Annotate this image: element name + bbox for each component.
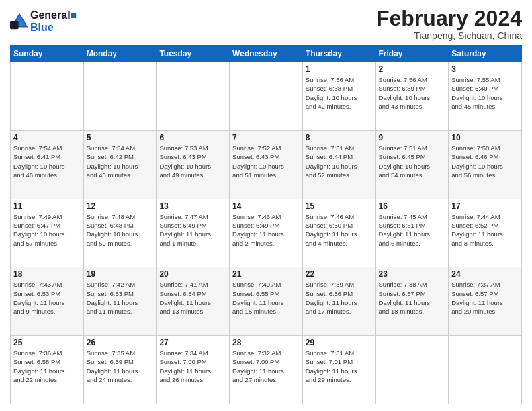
calendar-day: 1Sunrise: 7:56 AM Sunset: 6:38 PM Daylig… [302, 62, 375, 131]
calendar-table: SundayMondayTuesdayWednesdayThursdayFrid… [10, 45, 522, 404]
day-info: Sunrise: 7:56 AM Sunset: 6:39 PM Dayligh… [379, 75, 446, 111]
day-info: Sunrise: 7:56 AM Sunset: 6:38 PM Dayligh… [306, 75, 373, 111]
calendar-day [230, 62, 303, 131]
day-number: 21 [232, 269, 300, 279]
day-info: Sunrise: 7:34 AM Sunset: 7:00 PM Dayligh… [159, 349, 226, 384]
day-number: 8 [306, 133, 373, 142]
day-info: Sunrise: 7:32 AM Sunset: 7:00 PM Dayligh… [232, 349, 300, 384]
calendar-day: 6Sunrise: 7:53 AM Sunset: 6:43 PM Daylig… [157, 130, 230, 199]
calendar-day [83, 62, 157, 131]
day-number: 17 [451, 201, 519, 211]
calendar-day: 24Sunrise: 7:37 AM Sunset: 6:57 PM Dayli… [449, 267, 522, 336]
header-day-tuesday: Tuesday [157, 46, 230, 62]
day-info: Sunrise: 7:45 AM Sunset: 6:51 PM Dayligh… [379, 212, 446, 248]
day-info: Sunrise: 7:49 AM Sunset: 6:47 PM Dayligh… [13, 212, 81, 248]
calendar-week-5: 25Sunrise: 7:36 AM Sunset: 6:58 PM Dayli… [11, 336, 522, 404]
day-number: 12 [87, 201, 154, 211]
calendar-day: 16Sunrise: 7:45 AM Sunset: 6:51 PM Dayli… [375, 199, 449, 267]
day-number: 7 [232, 133, 300, 142]
day-info: Sunrise: 7:54 AM Sunset: 6:41 PM Dayligh… [13, 144, 81, 179]
day-number: 9 [379, 133, 446, 142]
day-number: 6 [159, 133, 226, 142]
calendar-day: 20Sunrise: 7:41 AM Sunset: 6:54 PM Dayli… [157, 267, 230, 336]
day-number: 22 [306, 269, 373, 279]
header-day-sunday: Sunday [11, 46, 84, 62]
day-info: Sunrise: 7:44 AM Sunset: 6:52 PM Dayligh… [451, 212, 519, 248]
day-number: 29 [306, 338, 373, 347]
day-info: Sunrise: 7:31 AM Sunset: 7:01 PM Dayligh… [306, 349, 373, 384]
day-number: 11 [13, 201, 81, 211]
day-info: Sunrise: 7:46 AM Sunset: 6:49 PM Dayligh… [232, 212, 300, 248]
day-number: 15 [306, 201, 373, 211]
day-number: 3 [451, 64, 519, 74]
calendar-day: 18Sunrise: 7:43 AM Sunset: 6:53 PM Dayli… [11, 267, 84, 336]
location: Tianpeng, Sichuan, China [376, 30, 522, 41]
day-info: Sunrise: 7:47 AM Sunset: 6:49 PM Dayligh… [159, 212, 226, 248]
calendar-day: 7Sunrise: 7:52 AM Sunset: 6:43 PM Daylig… [230, 130, 303, 199]
calendar-day: 5Sunrise: 7:54 AM Sunset: 6:42 PM Daylig… [83, 130, 157, 199]
day-info: Sunrise: 7:36 AM Sunset: 6:58 PM Dayligh… [13, 349, 81, 384]
header-day-thursday: Thursday [302, 46, 375, 62]
day-info: Sunrise: 7:35 AM Sunset: 6:59 PM Dayligh… [87, 349, 154, 384]
calendar-day: 25Sunrise: 7:36 AM Sunset: 6:58 PM Dayli… [11, 336, 84, 404]
calendar-day: 12Sunrise: 7:48 AM Sunset: 6:48 PM Dayli… [83, 199, 157, 267]
day-number: 5 [87, 133, 154, 142]
calendar-day [375, 336, 449, 404]
calendar-day: 10Sunrise: 7:50 AM Sunset: 6:46 PM Dayli… [449, 130, 522, 199]
day-info: Sunrise: 7:52 AM Sunset: 6:43 PM Dayligh… [232, 144, 300, 179]
calendar-page: General■ Blue February 2024 Tianpeng, Si… [0, 0, 532, 411]
day-number: 24 [451, 269, 519, 279]
day-info: Sunrise: 7:50 AM Sunset: 6:46 PM Dayligh… [451, 144, 519, 179]
calendar-day: 9Sunrise: 7:51 AM Sunset: 6:45 PM Daylig… [375, 130, 449, 199]
header: General■ Blue February 2024 Tianpeng, Si… [10, 7, 522, 41]
day-info: Sunrise: 7:48 AM Sunset: 6:48 PM Dayligh… [87, 212, 154, 248]
day-number: 27 [159, 338, 226, 347]
svg-rect-2 [10, 21, 19, 29]
day-number: 19 [87, 269, 154, 279]
header-day-wednesday: Wednesday [230, 46, 303, 62]
day-info: Sunrise: 7:51 AM Sunset: 6:45 PM Dayligh… [379, 144, 446, 179]
header-day-saturday: Saturday [449, 46, 522, 62]
day-number: 16 [379, 201, 446, 211]
day-info: Sunrise: 7:43 AM Sunset: 6:53 PM Dayligh… [13, 280, 81, 316]
logo: General■ Blue [10, 9, 77, 34]
calendar-day: 4Sunrise: 7:54 AM Sunset: 6:41 PM Daylig… [11, 130, 84, 199]
calendar-day: 23Sunrise: 7:38 AM Sunset: 6:57 PM Dayli… [375, 267, 449, 336]
day-info: Sunrise: 7:51 AM Sunset: 6:44 PM Dayligh… [306, 144, 373, 179]
day-info: Sunrise: 7:42 AM Sunset: 6:53 PM Dayligh… [87, 280, 154, 316]
calendar-day [449, 336, 522, 404]
day-number: 28 [232, 338, 300, 347]
day-info: Sunrise: 7:55 AM Sunset: 6:40 PM Dayligh… [451, 75, 519, 111]
calendar-week-4: 18Sunrise: 7:43 AM Sunset: 6:53 PM Dayli… [11, 267, 522, 336]
day-number: 4 [13, 133, 81, 142]
day-number: 13 [159, 201, 226, 211]
calendar-day [11, 62, 84, 131]
day-number: 20 [159, 269, 226, 279]
day-number: 2 [379, 64, 446, 74]
day-info: Sunrise: 7:38 AM Sunset: 6:57 PM Dayligh… [379, 280, 446, 316]
header-day-monday: Monday [83, 46, 157, 62]
day-info: Sunrise: 7:37 AM Sunset: 6:57 PM Dayligh… [451, 280, 519, 316]
calendar-day: 27Sunrise: 7:34 AM Sunset: 7:00 PM Dayli… [157, 336, 230, 404]
calendar-day: 8Sunrise: 7:51 AM Sunset: 6:44 PM Daylig… [302, 130, 375, 199]
calendar-day: 15Sunrise: 7:46 AM Sunset: 6:50 PM Dayli… [302, 199, 375, 267]
calendar-week-3: 11Sunrise: 7:49 AM Sunset: 6:47 PM Dayli… [11, 199, 522, 267]
day-info: Sunrise: 7:53 AM Sunset: 6:43 PM Dayligh… [159, 144, 226, 179]
calendar-week-2: 4Sunrise: 7:54 AM Sunset: 6:41 PM Daylig… [11, 130, 522, 199]
calendar-week-1: 1Sunrise: 7:56 AM Sunset: 6:38 PM Daylig… [11, 62, 522, 131]
day-number: 10 [451, 133, 519, 142]
day-number: 26 [87, 338, 154, 347]
calendar-day: 19Sunrise: 7:42 AM Sunset: 6:53 PM Dayli… [83, 267, 157, 336]
day-info: Sunrise: 7:40 AM Sunset: 6:55 PM Dayligh… [232, 280, 300, 316]
day-info: Sunrise: 7:46 AM Sunset: 6:50 PM Dayligh… [306, 212, 373, 248]
calendar-day: 26Sunrise: 7:35 AM Sunset: 6:59 PM Dayli… [83, 336, 157, 404]
day-number: 25 [13, 338, 81, 347]
calendar-day: 29Sunrise: 7:31 AM Sunset: 7:01 PM Dayli… [302, 336, 375, 404]
calendar-day: 3Sunrise: 7:55 AM Sunset: 6:40 PM Daylig… [449, 62, 522, 131]
day-number: 18 [13, 269, 81, 279]
calendar-day: 28Sunrise: 7:32 AM Sunset: 7:00 PM Dayli… [230, 336, 303, 404]
logo-text: General■ Blue [30, 9, 77, 34]
day-number: 23 [379, 269, 446, 279]
calendar-body: 1Sunrise: 7:56 AM Sunset: 6:38 PM Daylig… [11, 62, 522, 404]
month-title: February 2024 [376, 7, 522, 30]
